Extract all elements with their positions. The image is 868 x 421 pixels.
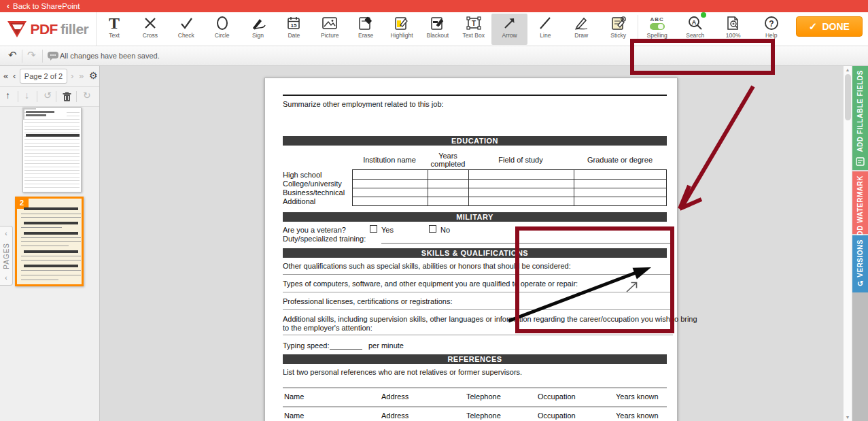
textbox-icon: T (466, 14, 482, 33)
rotate-ccw-button[interactable]: ↺ (44, 90, 52, 101)
thumbnail-1-preview (24, 110, 80, 190)
line-icon (538, 14, 553, 33)
references-intro: List two personal references who are not… (283, 368, 522, 376)
ref2-occupation: Occupation (538, 411, 576, 420)
help-icon: ? (763, 14, 780, 33)
versions-history-icon: ↺ (857, 280, 863, 288)
typing-speed-unit: per minute (368, 341, 404, 350)
tool-search[interactable]: A Search (676, 14, 714, 45)
tool-zoom-100[interactable]: 100% (714, 14, 752, 45)
back-to-sharepoint-link[interactable]: ‹Back to SharePoint (7, 2, 80, 10)
tool-line[interactable]: Line (527, 14, 563, 45)
scrollbar-thumb[interactable] (845, 74, 851, 120)
text-icon: T (109, 14, 120, 33)
tool-blackout[interactable]: Blackout (419, 14, 455, 45)
next-page-button[interactable]: › (71, 71, 73, 81)
arrow-icon (502, 14, 517, 33)
message-bubble-icon (48, 52, 58, 61)
delete-page-button[interactable] (63, 92, 71, 102)
pages-sidebar: « ‹ Page 2 of 2 › » ⚙ ↑ ↓ ↺ ↻ 1 2 (0, 66, 100, 421)
sign-icon (250, 14, 266, 33)
tab-add-watermark[interactable]: ADD WATERMARK A (852, 171, 868, 234)
back-chevron-icon: ‹ (7, 1, 10, 11)
document-canvas[interactable]: Summarize other employment related to th… (101, 66, 843, 421)
search-icon: A (687, 14, 704, 33)
move-page-down-button[interactable]: ↓ (24, 90, 29, 101)
tab-add-fillable-fields[interactable]: ADD FILLABLE FIELDS (852, 66, 868, 170)
date-icon: 15 (286, 14, 301, 33)
ref1-telephone: Telephone (466, 392, 501, 401)
education-table[interactable] (352, 169, 667, 206)
document-page[interactable]: Summarize other employment related to th… (264, 78, 678, 421)
edu-col-years: Years completed (428, 152, 468, 168)
ref2-name: Name (284, 411, 304, 420)
tab-versions[interactable]: VERSIONS ↺ (852, 235, 868, 292)
tool-circle[interactable]: Circle (204, 14, 240, 45)
move-page-up-button[interactable]: ↑ (5, 90, 10, 101)
status-bar: ↶ ↷ All changes have been saved. ▼ Find … (0, 46, 868, 66)
ref2-years: Years known (616, 411, 659, 420)
spelling-icon: ABC (649, 14, 665, 33)
table-line (353, 197, 666, 197)
tool-sticky[interactable]: Sticky (600, 14, 638, 45)
section-education: EDUCATION (283, 136, 667, 146)
section-military: MILITARY (283, 212, 667, 222)
page-thumbnail-1[interactable]: 1 (22, 107, 82, 192)
spelling-toggle[interactable] (649, 22, 665, 31)
check-icon (179, 14, 193, 33)
save-status-message: All changes have been saved. (60, 52, 160, 60)
redo-button[interactable]: ↷ (27, 49, 36, 61)
table-line (574, 170, 574, 205)
edu-col-degree: Graduate or degree (579, 156, 661, 164)
rotate-cw-button[interactable]: ↻ (83, 90, 91, 101)
first-page-button[interactable]: « (3, 71, 8, 81)
tool-arrow[interactable]: Arrow (491, 14, 527, 45)
tool-help[interactable]: ? Help (752, 14, 791, 45)
tool-highlight[interactable]: Highlight (384, 14, 420, 45)
svg-text:A: A (691, 19, 696, 26)
tool-text[interactable]: T Text (97, 14, 133, 45)
tool-date[interactable]: 15 Date (276, 14, 312, 45)
scroll-down-arrow[interactable]: ▼ (844, 415, 852, 420)
draw-icon (573, 14, 589, 33)
veteran-yes-checkbox[interactable] (370, 225, 377, 233)
veteran-no-checkbox[interactable] (429, 225, 436, 233)
tool-draw[interactable]: Draw (563, 14, 600, 45)
section-references: REFERENCES (283, 354, 667, 364)
tool-erase[interactable]: Erase (348, 14, 384, 45)
veteran-question: Are you a veteran? (283, 226, 346, 234)
tool-picture[interactable]: Picture (312, 14, 348, 45)
collapse-chevron-icon: ‹ (5, 274, 7, 282)
page-thumbnail-2[interactable]: 2 (15, 197, 84, 286)
back-label: Back to SharePoint (13, 2, 80, 10)
skills-q1: Other qualifications such as special ski… (283, 262, 571, 270)
document-scrollbar[interactable]: ▲ ▼ (843, 66, 852, 421)
tool-check[interactable]: Check (168, 14, 204, 45)
page-indicator[interactable]: Page 2 of 2 (20, 69, 67, 84)
divider (76, 91, 77, 102)
tool-cross[interactable]: Cross (133, 14, 169, 45)
tool-textbox[interactable]: T Text Box (455, 14, 491, 45)
tool-sign[interactable]: Sign (240, 14, 276, 45)
pages-collapse-tab[interactable]: ‹ PAGES ‹ (0, 226, 13, 286)
zoom-100-icon (725, 14, 742, 33)
edu-col-institution: Institution name (355, 156, 423, 164)
ref1-occupation: Occupation (538, 392, 576, 401)
done-button[interactable]: ✓ DONE (796, 16, 863, 37)
pdffiller-logo[interactable]: PDFfiller (0, 12, 97, 46)
last-page-button[interactable]: » (79, 71, 84, 81)
page-settings-gear-icon[interactable]: ⚙ (89, 70, 98, 81)
tool-spelling[interactable]: ABC Spelling (638, 14, 676, 45)
skills-q4-line2: to the employer's attention: (283, 324, 372, 332)
previous-page-button[interactable]: ‹ (13, 71, 16, 81)
scroll-up-arrow[interactable]: ▲ (844, 67, 852, 72)
edu-col-field: Field of study (480, 156, 561, 164)
underline (283, 274, 673, 275)
table-line (353, 188, 666, 188)
skills-q2: Types of computers, software, and other … (283, 280, 578, 288)
edu-row-business: Business/technical (283, 188, 345, 197)
page-top-rule (283, 95, 667, 96)
typing-speed-blank (330, 349, 362, 350)
right-tab-strip: ADD FILLABLE FIELDS ADD WATERMARK A VERS… (852, 66, 868, 421)
undo-button[interactable]: ↶ (8, 49, 17, 61)
